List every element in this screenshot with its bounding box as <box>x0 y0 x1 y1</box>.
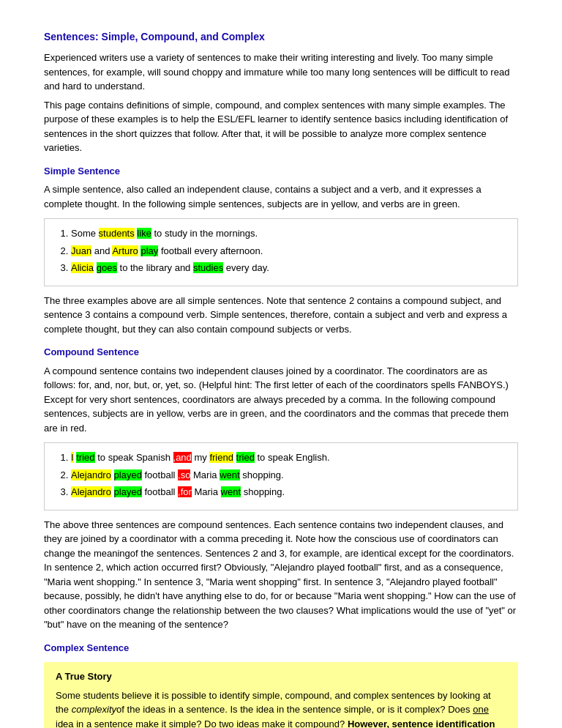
section-compound-sentence: Compound Sentence A compound sentence co… <box>44 345 518 632</box>
compound-after-text: The above three sentences are compound s… <box>44 518 518 632</box>
text: to the library and <box>117 262 193 273</box>
section-complex-sentence: Complex Sentence A True Story Some stude… <box>44 641 518 729</box>
text: Some <box>71 228 99 239</box>
simple-example-2: Juan and Arturo play football every afte… <box>71 244 506 259</box>
simple-sentence-desc: A simple sentence, also called an indepe… <box>44 182 518 211</box>
subject-alicia: Alicia <box>71 262 94 273</box>
text: football <box>145 469 176 480</box>
text: every day. <box>223 262 269 273</box>
coord-for: ,for <box>178 486 192 497</box>
true-story-title: A True Story <box>56 669 506 684</box>
compound-example-3: Alejandro played football ,for Maria wen… <box>71 485 506 499</box>
verb-tried-1: tried <box>76 452 94 463</box>
subject-students: students <box>99 228 135 239</box>
text: to study in the mornings. <box>151 228 258 239</box>
page-title: Sentences: Simple, Compound, and Complex <box>44 29 518 45</box>
verb-goes: goes <box>97 262 117 273</box>
verb-play: play <box>140 245 158 256</box>
subject-alejandro-2: Alejandro <box>71 486 111 497</box>
text: to speak Spanish <box>97 452 171 463</box>
compound-examples-list: I tried to speak Spanish ,and my friend … <box>71 450 506 499</box>
compound-examples-box: I tried to speak Spanish ,and my friend … <box>44 442 518 510</box>
subject-friend: friend <box>209 452 233 463</box>
section-simple-sentence: Simple Sentence A simple sentence, also … <box>44 164 518 337</box>
simple-examples-box: Some students like to study in the morni… <box>44 218 518 286</box>
subject-juan: Juan <box>71 245 91 256</box>
text: shopping. <box>244 486 285 497</box>
text: and <box>91 245 112 256</box>
text: Maria <box>193 469 220 480</box>
verb-went-1: went <box>220 469 239 480</box>
simple-examples-list: Some students like to study in the morni… <box>71 226 506 275</box>
compound-example-2: Alejandro played football ,so Maria went… <box>71 468 506 483</box>
text: football every afternoon. <box>158 245 263 256</box>
verb-studies: studies <box>193 262 223 273</box>
compound-example-1: I tried to speak Spanish ,and my friend … <box>71 450 506 465</box>
subject-i: I <box>71 452 74 463</box>
verb-tried-2: tried <box>236 452 255 463</box>
true-story-para1: Some students believe it is possible to … <box>56 688 506 729</box>
coord-so: ,so <box>178 469 190 480</box>
verb-like: like <box>137 228 151 239</box>
page-container: Sentences: Simple, Compound, and Complex… <box>44 29 518 728</box>
intro-paragraph-2: This page contains definitions of simple… <box>44 98 518 155</box>
text: my <box>194 452 209 463</box>
verb-went-2: went <box>221 486 241 497</box>
simple-after-text: The three examples above are all simple … <box>44 294 518 337</box>
simple-sentence-title: Simple Sentence <box>44 164 518 179</box>
compound-sentence-title: Compound Sentence <box>44 345 518 360</box>
text: football <box>145 486 176 497</box>
compound-sentence-desc: A compound sentence contains two indepen… <box>44 364 518 436</box>
subject-arturo: Arturo <box>112 245 138 256</box>
text: shopping. <box>242 469 283 480</box>
complex-sentence-title: Complex Sentence <box>44 641 518 655</box>
simple-example-3: Alicia goes to the library and studies e… <box>71 261 506 275</box>
simple-example-1: Some students like to study in the morni… <box>71 226 506 241</box>
coord-and: ,and <box>173 452 192 463</box>
verb-played-1: played <box>114 469 142 480</box>
text: to speak English. <box>258 452 330 463</box>
intro-paragraph-1: Experienced writers use a variety of sen… <box>44 51 518 94</box>
subject-alejandro-1: Alejandro <box>71 469 111 480</box>
true-story-box: A True Story Some students believe it is… <box>44 662 518 728</box>
text: Maria <box>194 486 220 497</box>
verb-played-2: played <box>114 486 142 497</box>
